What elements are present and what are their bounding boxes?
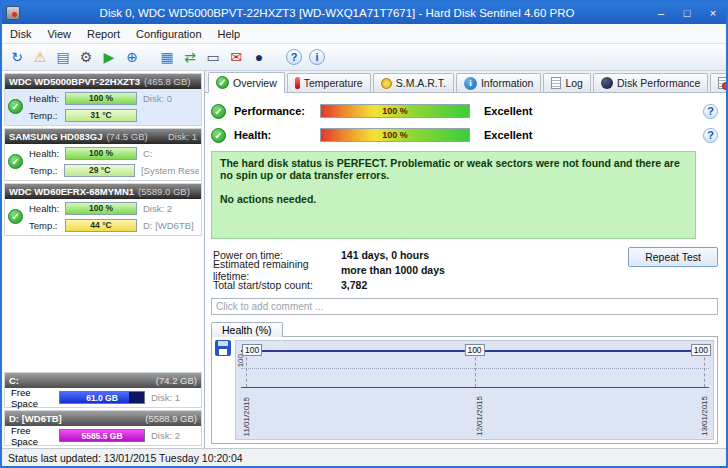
tab-overview[interactable]: Overview bbox=[208, 72, 285, 93]
main-panel: Overview Temperature S.M.A.R.T. Informat… bbox=[205, 71, 726, 448]
menu-disk[interactable]: Disk bbox=[2, 24, 39, 43]
point-value-label: 100 bbox=[691, 344, 711, 356]
settings-gear-icon[interactable]: ⚙ bbox=[75, 46, 97, 68]
close-button[interactable]: × bbox=[700, 4, 726, 22]
health-bar: 100 % bbox=[65, 202, 137, 215]
disk-surface-test-icon[interactable]: ▤ bbox=[52, 46, 74, 68]
save-chart-icon[interactable] bbox=[215, 340, 231, 356]
free-space-bar: 5585.5 GB bbox=[59, 429, 145, 442]
health-plot-area: 100 100 100 100 11/01/2015 12/01/2015 bbox=[235, 340, 714, 440]
health-chart: Health (%) 100 10 bbox=[211, 321, 718, 444]
tab-strip: Overview Temperature S.M.A.R.T. Informat… bbox=[205, 71, 726, 93]
overview-icon bbox=[216, 76, 229, 89]
x-axis-date: 12/01/2015 bbox=[475, 396, 484, 436]
stat-remaining-lifetime: Estimated remaining lifetime: more than … bbox=[213, 262, 445, 277]
tab-disk-performance[interactable]: Disk Performance bbox=[593, 73, 708, 92]
health-rating: Excellent bbox=[484, 129, 532, 141]
disk-ok-icon bbox=[8, 154, 23, 169]
menu-help[interactable]: Help bbox=[210, 24, 249, 43]
menu-view[interactable]: View bbox=[39, 24, 79, 43]
alert-icon[interactable]: ⚠ bbox=[29, 46, 51, 68]
tab-information[interactable]: Information bbox=[456, 73, 542, 92]
disk-header: WDC WD60EFRX-68MYMN1 (5589.0 GB) bbox=[5, 184, 201, 199]
maximize-button[interactable]: □ bbox=[674, 4, 700, 22]
ok-icon bbox=[211, 104, 226, 119]
stat-start-stop-count: Total start/stop count: 3,782 bbox=[213, 277, 445, 292]
tab-smart[interactable]: S.M.A.R.T. bbox=[373, 73, 454, 92]
disk-list-sidebar: WDC WD5000BPVT-22HXZT3 (465.8 GB) Health… bbox=[2, 71, 205, 448]
x-axis-date: 11/01/2015 bbox=[242, 397, 251, 436]
tab-log[interactable]: Log bbox=[543, 73, 591, 92]
disk-entry-0[interactable]: WDC WD5000BPVT-22HXZT3 (465.8 GB) Health… bbox=[4, 73, 202, 126]
temp-bar: 31 °C bbox=[65, 109, 137, 122]
disk-number: Disk: 0 bbox=[143, 93, 172, 104]
disk-entry-1[interactable]: SAMSUNG HD083GJ (74.5 GB) Disk: 1 Health… bbox=[4, 128, 202, 181]
health-meter: 100 % bbox=[320, 128, 470, 142]
y-axis-tick: 100 bbox=[236, 354, 245, 367]
partition-name: C: bbox=[9, 375, 19, 386]
disk-number: Disk: 2 bbox=[143, 203, 172, 214]
comment-input[interactable] bbox=[211, 298, 718, 315]
disk-entry-2[interactable]: WDC WD60EFRX-68MYMN1 (5589.0 GB) Health:… bbox=[4, 183, 202, 236]
disk-header: WDC WD5000BPVT-22HXZT3 (465.8 GB) bbox=[5, 74, 201, 89]
info-icon[interactable]: i bbox=[309, 49, 325, 65]
disk-ok-icon bbox=[8, 209, 23, 224]
disk-name: WDC WD60EFRX-68MYMN1 bbox=[9, 186, 134, 197]
refresh-icon[interactable]: ↻ bbox=[6, 46, 28, 68]
email-report-icon[interactable]: ✉ bbox=[225, 46, 247, 68]
performance-meter: 100 % bbox=[320, 104, 470, 118]
drive-letter: C: bbox=[143, 148, 153, 159]
monitor-icon[interactable]: ▭ bbox=[202, 46, 224, 68]
disk-size: (74.5 GB) bbox=[106, 131, 147, 142]
disk-number: Disk: 1 bbox=[168, 131, 197, 142]
tab-alerts[interactable]: Alerts bbox=[710, 73, 728, 92]
help-icon[interactable] bbox=[703, 104, 718, 119]
point-value-label: 100 bbox=[242, 344, 262, 356]
temp-bar: 44 °C bbox=[65, 219, 137, 232]
status-last-updated: Status last updated: 13/01/2015 Tuesday … bbox=[8, 452, 243, 464]
online-www-icon[interactable]: ⊕ bbox=[121, 46, 143, 68]
help-icon[interactable] bbox=[703, 128, 718, 143]
partition-name: D: [WD6TB] bbox=[9, 413, 62, 424]
partition-size: (74.2 GB) bbox=[156, 375, 197, 386]
sync-icon[interactable]: ⇄ bbox=[179, 46, 201, 68]
thermometer-icon bbox=[295, 77, 300, 89]
information-icon bbox=[464, 77, 477, 90]
performance-rating: Excellent bbox=[484, 105, 532, 117]
partition-entry-c[interactable]: C: (74.2 GB) Free Space 61.0 GB Disk: 1 bbox=[4, 372, 202, 408]
health-bar: 100 % bbox=[65, 92, 137, 105]
x-axis bbox=[241, 387, 709, 388]
start-test-icon[interactable]: ▶ bbox=[98, 46, 120, 68]
tab-temperature[interactable]: Temperature bbox=[287, 73, 371, 92]
help-icon[interactable]: ? bbox=[286, 49, 302, 65]
partition-list: C: (74.2 GB) Free Space 61.0 GB Disk: 1 bbox=[4, 370, 202, 446]
disk-number: Disk: 2 bbox=[151, 430, 180, 441]
performance-row: Performance: 100 % Excellent bbox=[211, 99, 718, 123]
minimize-button[interactable]: – bbox=[648, 4, 674, 22]
disk-status-message: The hard disk status is PERFECT. Problem… bbox=[211, 151, 696, 239]
disk-size: (5589.0 GB) bbox=[138, 186, 190, 197]
menu-report[interactable]: Report bbox=[79, 24, 128, 43]
disk-name: SAMSUNG HD083GJ bbox=[9, 131, 102, 142]
x-axis-date: 13/01/2015 bbox=[700, 396, 709, 436]
panels-icon[interactable]: ▦ bbox=[156, 46, 178, 68]
menu-configuration[interactable]: Configuration bbox=[128, 24, 209, 43]
disk-size: (465.8 GB) bbox=[144, 76, 190, 87]
app-icon bbox=[6, 6, 20, 20]
health-bar: 100 % bbox=[65, 147, 137, 160]
repeat-test-button[interactable]: Repeat Test bbox=[628, 247, 718, 267]
app-window: Disk 0, WDC WD5000BPVT-22HXZT3 [WD-WXQ1A… bbox=[0, 0, 728, 468]
scheduler-icon[interactable]: ● bbox=[248, 46, 270, 68]
overview-content: Performance: 100 % Excellent Health: 100… bbox=[205, 93, 726, 448]
log-icon bbox=[551, 77, 561, 89]
disk-header: SAMSUNG HD083GJ (74.5 GB) Disk: 1 bbox=[5, 129, 201, 144]
partition-size: (5588.9 GB) bbox=[145, 413, 197, 424]
chart-tab-health[interactable]: Health (%) bbox=[211, 322, 283, 337]
partition-entry-d[interactable]: D: [WD6TB] (5588.9 GB) Free Space 5585.5… bbox=[4, 410, 202, 446]
toolbar: ↻ ⚠ ▤ ⚙ ▶ ⊕ ▦ ⇄ ▭ ✉ ● ? i bbox=[2, 44, 726, 71]
window-title: Disk 0, WDC WD5000BPVT-22HXZT3 [WD-WXQ1A… bbox=[26, 7, 648, 19]
temp-bar: 29 °C bbox=[64, 164, 135, 177]
status-bar: Status last updated: 13/01/2015 Tuesday … bbox=[2, 448, 726, 466]
point-value-label: 100 bbox=[464, 344, 484, 356]
alerts-icon bbox=[718, 77, 728, 89]
